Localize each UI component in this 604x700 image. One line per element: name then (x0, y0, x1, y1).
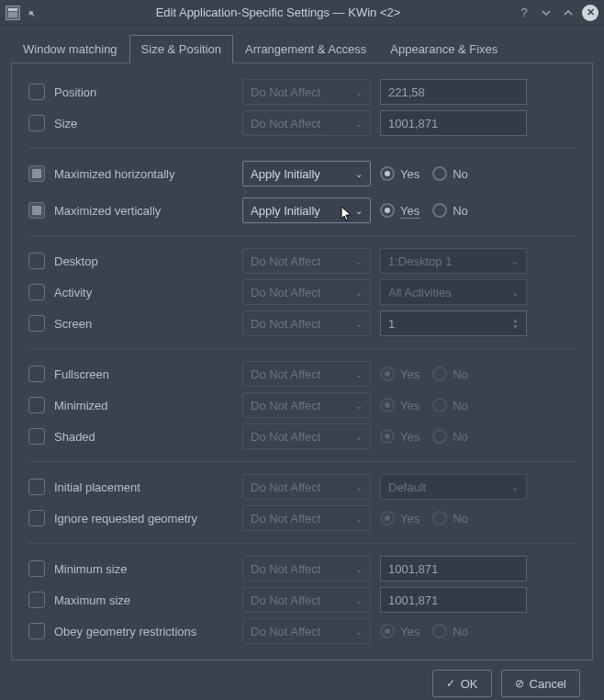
fullscreen-checkbox[interactable] (28, 366, 45, 382)
desktop-label: Desktop (54, 254, 233, 268)
spinner-icon: ▲▼ (512, 317, 519, 330)
desktop-checkbox[interactable] (28, 253, 45, 269)
min-size-value[interactable]: 1001,871 (380, 556, 527, 581)
desktop-value-select[interactable]: 1:Desktop 1⌄ (380, 248, 527, 274)
max-v-yes-radio[interactable] (380, 203, 395, 218)
max-size-label: Maximum size (54, 593, 233, 607)
screen-label: Screen (54, 317, 233, 331)
max-h-no-radio[interactable] (432, 166, 447, 181)
max-v-label: Maximized vertically (54, 204, 233, 218)
initial-placement-rule-select[interactable]: Do Not Affect⌄ (242, 474, 371, 500)
max-v-no-radio[interactable] (432, 203, 447, 218)
minimized-checkbox[interactable] (28, 397, 45, 413)
max-h-rule-select[interactable]: Apply Initially⌄ (242, 161, 371, 186)
ignore-geom-rule-select[interactable]: Do Not Affect⌄ (242, 505, 371, 531)
size-rule-select[interactable]: Do Not Affect⌄ (242, 110, 371, 136)
minimized-no-radio[interactable] (432, 398, 447, 412)
max-size-checkbox[interactable] (28, 592, 45, 608)
ok-button[interactable]: ✓OK (432, 670, 492, 697)
screen-checkbox[interactable] (28, 315, 45, 332)
tab-window-matching[interactable]: Window matching (11, 35, 129, 62)
chevron-down-icon: ⌄ (355, 319, 363, 329)
shaded-checkbox[interactable] (28, 428, 45, 445)
chevron-down-icon: ⌄ (355, 288, 363, 298)
window-title: Edit Application-Specific Settings — KWi… (46, 6, 510, 19)
help-button[interactable]: ? (516, 5, 532, 21)
fullscreen-yes-radio[interactable] (380, 367, 395, 381)
size-value[interactable]: 1001,871 (380, 110, 527, 136)
shaded-label: Shaded (54, 430, 233, 444)
activity-checkbox[interactable] (28, 284, 45, 300)
max-size-value[interactable]: 1001,871 (380, 587, 527, 613)
obey-rule-select[interactable]: Do Not Affect⌄ (242, 618, 371, 644)
chevron-down-icon: ⌄ (355, 87, 363, 97)
chevron-down-icon: ⌄ (511, 482, 519, 492)
activity-value-select[interactable]: All Activities⌄ (380, 279, 527, 305)
cancel-button[interactable]: ⊘Cancel (501, 670, 580, 697)
initial-placement-checkbox[interactable] (28, 479, 45, 495)
ignore-geom-yes-radio[interactable] (380, 511, 395, 525)
position-rule-select[interactable]: Do Not Affect⌄ (242, 79, 371, 105)
chevron-down-icon: ⌄ (355, 564, 363, 574)
separator (28, 461, 576, 462)
position-value[interactable]: 221,58 (380, 79, 527, 105)
titlebar: Edit Application-Specific Settings — KWi… (0, 0, 604, 26)
size-label: Size (54, 117, 233, 130)
tab-appearance-fixes[interactable]: Appearance & Fixes (378, 35, 509, 62)
max-v-checkbox[interactable] (28, 202, 45, 219)
svg-rect-0 (8, 8, 17, 11)
screen-rule-select[interactable]: Do Not Affect⌄ (242, 310, 371, 336)
chevron-down-icon: ⌄ (355, 432, 363, 442)
separator (28, 148, 576, 149)
obey-checkbox[interactable] (28, 623, 45, 639)
pin-icon[interactable] (26, 6, 39, 19)
chevron-down-icon: ⌄ (511, 256, 519, 266)
activity-rule-select[interactable]: Do Not Affect⌄ (242, 279, 371, 305)
separator (28, 543, 576, 544)
chevron-down-icon: ⌄ (355, 369, 363, 379)
position-label: Position (54, 85, 233, 99)
minimized-yes-radio[interactable] (380, 398, 395, 412)
close-button[interactable]: ✕ (582, 5, 598, 21)
ignore-geom-no-radio[interactable] (432, 511, 447, 525)
ignore-geom-label: Ignore requested geometry (54, 512, 233, 525)
max-size-rule-select[interactable]: Do Not Affect⌄ (242, 587, 371, 613)
screen-value-spinner[interactable]: 1▲▼ (380, 310, 527, 336)
max-h-yes-radio[interactable] (380, 166, 395, 181)
activity-label: Activity (54, 286, 233, 299)
dialog-footer: ✓OK ⊘Cancel (11, 660, 593, 697)
min-size-rule-select[interactable]: Do Not Affect⌄ (242, 556, 371, 581)
shaded-rule-select[interactable]: Do Not Affect⌄ (242, 423, 371, 449)
max-v-rule-select[interactable]: Apply Initially⌄ (242, 198, 371, 223)
minimize-button[interactable] (538, 5, 554, 21)
fullscreen-no-radio[interactable] (432, 367, 447, 381)
obey-no-radio[interactable] (432, 624, 447, 638)
obey-yes-radio[interactable] (380, 624, 395, 638)
svg-rect-1 (8, 12, 17, 17)
maximize-button[interactable] (560, 5, 576, 21)
min-size-checkbox[interactable] (28, 560, 45, 577)
minimized-rule-select[interactable]: Do Not Affect⌄ (242, 392, 371, 418)
shaded-no-radio[interactable] (432, 429, 447, 444)
chevron-down-icon: ⌄ (355, 595, 363, 605)
chevron-down-icon: ⌄ (511, 288, 519, 298)
size-checkbox[interactable] (28, 115, 45, 131)
separator (28, 235, 576, 236)
desktop-rule-select[interactable]: Do Not Affect⌄ (242, 248, 371, 274)
chevron-down-icon: ⌄ (355, 119, 363, 129)
position-checkbox[interactable] (28, 84, 45, 100)
max-h-checkbox[interactable] (28, 165, 45, 182)
settings-panel: Position Do Not Affect⌄ 221,58 Size Do N… (11, 63, 593, 660)
chevron-down-icon: ⌄ (355, 514, 363, 524)
chevron-down-icon: ⌄ (355, 169, 363, 179)
chevron-down-icon: ⌄ (355, 401, 363, 411)
min-size-label: Minimum size (54, 562, 233, 576)
ignore-geom-checkbox[interactable] (28, 510, 45, 526)
obey-label: Obey geometry restrictions (54, 625, 233, 638)
tab-arrangement-access[interactable]: Arrangement & Access (233, 35, 378, 62)
shaded-yes-radio[interactable] (380, 429, 395, 444)
fullscreen-rule-select[interactable]: Do Not Affect⌄ (242, 361, 371, 387)
chevron-down-icon: ⌄ (355, 482, 363, 492)
tab-size-position[interactable]: Size & Position (129, 35, 233, 63)
initial-placement-value-select[interactable]: Default⌄ (380, 474, 527, 500)
